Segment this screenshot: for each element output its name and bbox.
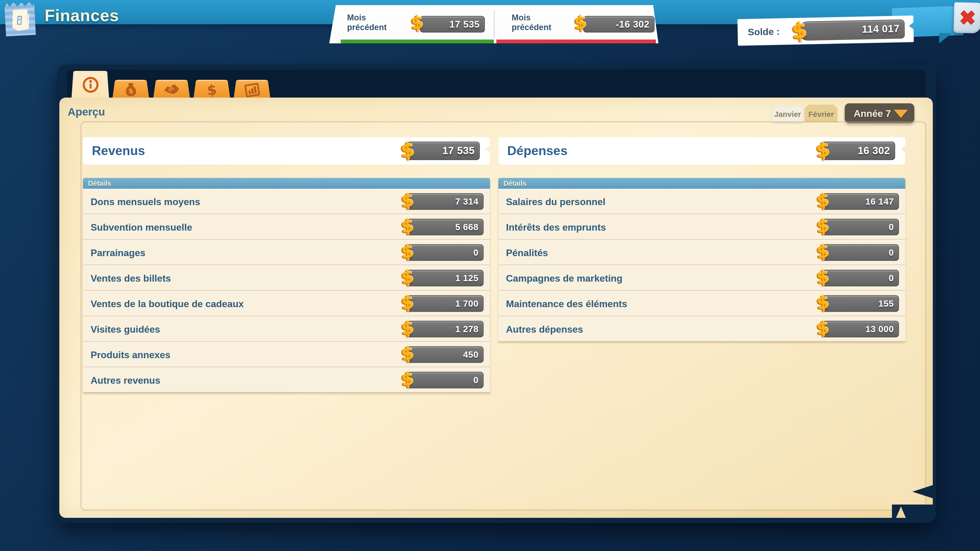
expenses-total-pill: $ 16 302 (822, 141, 895, 160)
income-title: Revenus (92, 143, 145, 158)
details-header: Détails (83, 178, 490, 189)
expenses-header-card: Dépenses $ 16 302 (498, 137, 905, 165)
table-row: Pénalités $0 (498, 240, 905, 265)
finances-screen: Finances Mois précédent $ 17 535 Mois pr… (0, 0, 980, 551)
divider (494, 10, 495, 38)
prev-income-value-pill: 17 535 (420, 16, 485, 33)
torn-corner-decoration (912, 485, 934, 499)
dollar-icon: $ (204, 81, 220, 98)
dollar-icon: $ (791, 19, 808, 42)
table-row: Produits annexes $450 (83, 342, 490, 367)
balance-label: Solde : (748, 18, 780, 46)
dollar-icon: $ (573, 14, 587, 32)
dollar-icon: $ (401, 243, 415, 262)
prev-income-label: Mois précédent (347, 14, 387, 32)
tab-overview[interactable] (72, 71, 109, 99)
dollar-icon: $ (816, 268, 830, 287)
money-bag-icon: $ (123, 81, 139, 98)
income-header-card: Revenus $ 17 535 (83, 137, 490, 165)
info-icon (81, 75, 100, 94)
close-button[interactable] (953, 2, 980, 34)
handshake-icon (163, 81, 181, 98)
tab-donations[interactable]: $ (112, 80, 149, 100)
expense-indicator-bar (496, 40, 656, 43)
dollar-icon: $ (401, 217, 415, 236)
income-details-table: Détails Dons mensuels moyens $7 314 Subv… (83, 178, 490, 393)
table-row: Maintenance des éléments $155 (498, 291, 905, 316)
prev-expense-value-pill: -16 302 (583, 16, 655, 33)
table-row: Autres dépenses $13 000 (498, 316, 905, 342)
expenses-details-table: Détails Salaires du personnel $16 147 In… (498, 178, 905, 342)
chevron-down-icon (894, 110, 908, 118)
income-indicator-bar (341, 40, 494, 43)
table-row: Parrainages $0 (83, 240, 490, 265)
svg-text:$: $ (206, 81, 218, 98)
tab-finance[interactable]: $ (193, 80, 231, 100)
table-row: Dons mensuels moyens $7 314 (83, 189, 490, 214)
table-row: Visites guidées $1 278 (83, 316, 490, 342)
dollar-icon: $ (816, 294, 830, 313)
dollar-icon: $ (401, 268, 415, 287)
details-header: Détails (498, 178, 905, 189)
table-row: Salaires du personnel $16 147 (498, 189, 905, 214)
month-tab-fevrier[interactable]: Février (805, 105, 838, 122)
panel-title: Aperçu (68, 106, 105, 119)
table-row: Intérêts des emprunts $0 (498, 214, 905, 240)
tab-stats[interactable] (234, 80, 270, 100)
close-icon (958, 8, 977, 27)
table-row: Campagnes de marketing $0 (498, 265, 905, 291)
dollar-icon: $ (401, 319, 415, 338)
dollar-icon: $ (401, 192, 415, 210)
year-dropdown[interactable]: Année 7 (845, 103, 915, 123)
overview-panel: Aperçu Janvier Février Année 7 Revenus $… (59, 98, 933, 518)
dollar-icon: $ (400, 140, 415, 161)
finances-ledger-icon (4, 1, 36, 37)
table-row: Ventes de la boutique de cadeaux $1 700 (83, 291, 490, 316)
page-title: Finances (45, 6, 119, 26)
balance-value-pill: $ 114 017 (799, 19, 905, 41)
dollar-icon: $ (816, 217, 830, 236)
dollar-icon: $ (401, 294, 415, 313)
balance-panel: Solde : $ 114 017 (737, 15, 914, 46)
dollar-icon: $ (401, 370, 415, 389)
dollar-icon: $ (815, 140, 830, 161)
ribbon-fold (939, 33, 952, 43)
dollar-icon: $ (816, 192, 830, 210)
table-row: Ventes des billets $1 125 (83, 265, 490, 291)
table-row: Subvention mensuelle $5 668 (83, 214, 490, 240)
previous-month-summary: Mois précédent $ 17 535 Mois précédent $… (329, 5, 659, 43)
dollar-icon: $ (410, 14, 424, 32)
tab-deals[interactable] (153, 80, 190, 100)
expenses-title: Dépenses (508, 143, 568, 158)
table-row: Autres revenus $0 (83, 367, 490, 393)
dollar-icon: $ (816, 319, 830, 338)
dollar-icon: $ (816, 243, 830, 262)
income-total-pill: $ 17 535 (407, 141, 480, 160)
month-tab-janvier[interactable]: Janvier (772, 106, 803, 123)
dollar-icon: $ (401, 345, 415, 364)
bar-chart-icon (243, 81, 261, 98)
prev-expense-label: Mois précédent (512, 14, 551, 32)
